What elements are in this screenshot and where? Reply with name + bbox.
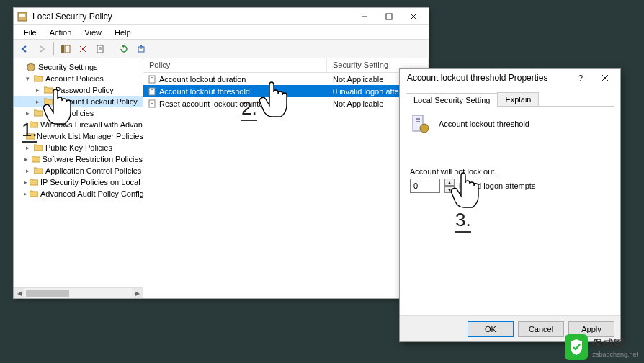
menu-view[interactable]: View (79, 27, 107, 37)
spin-down-button[interactable]: ▼ (444, 186, 455, 193)
forward-button[interactable] (34, 41, 50, 57)
help-button[interactable]: ? (568, 70, 593, 86)
shield-icon (26, 62, 36, 72)
tree-account-lockout-policy[interactable]: ▸Account Lockout Policy (14, 96, 143, 107)
list-row[interactable]: Reset account lockout counter after Not … (143, 97, 429, 109)
folder-icon (33, 108, 43, 118)
tabs: Local Security Setting Explain (406, 92, 614, 107)
tree-ip-security[interactable]: ▸IP Security Policies on Local Computer (14, 176, 143, 188)
watermark-text: 保成网 (592, 337, 638, 351)
policy-icon (148, 99, 156, 108)
export-button[interactable] (133, 41, 149, 57)
maximize-button[interactable] (377, 9, 401, 24)
lockout-suffix: invalid logon attempts (459, 182, 535, 190)
delete-button[interactable] (75, 41, 91, 57)
callout-1: 1. (22, 119, 37, 143)
tree-label: Public Key Policies (45, 143, 112, 152)
folder-icon (30, 189, 38, 199)
policy-name: Account lockout threshold (159, 87, 250, 96)
folder-icon (43, 85, 53, 95)
tree-software-restriction[interactable]: ▸Software Restriction Policies (14, 153, 143, 165)
folder-icon (32, 154, 40, 164)
watermark-url: zsbaocheng.net (592, 351, 638, 358)
list-row[interactable]: Account lockout threshold 0 invalid logo… (143, 85, 429, 97)
ok-button[interactable]: OK (468, 321, 514, 337)
svg-rect-26 (416, 118, 420, 120)
menu-help[interactable]: Help (109, 27, 137, 37)
horizontal-scrollbar[interactable]: ◀ ▶ (14, 287, 143, 298)
tree-label: Password Policy (55, 86, 114, 94)
close-button[interactable] (401, 9, 426, 24)
tree-app-control[interactable]: ▸Application Control Policies (14, 165, 143, 176)
spin-up-button[interactable]: ▲ (444, 179, 455, 186)
svg-rect-27 (416, 121, 420, 122)
tree-pane: Security Settings ▾Account Policies ▸Pas… (14, 58, 143, 298)
scroll-thumb[interactable] (26, 290, 69, 297)
svg-rect-7 (65, 45, 70, 53)
tab-explain[interactable]: Explain (497, 92, 539, 106)
tree-label: IP Security Policies on Local Computer (40, 178, 143, 187)
policy-large-icon (410, 114, 430, 134)
tree-label: Account Lockout Policy (55, 97, 138, 106)
callout-2: 2. (241, 97, 257, 121)
folder-icon (33, 166, 43, 176)
tree-label: Windows Firewall with Advanced Security (40, 120, 143, 129)
dialog-close-button[interactable] (593, 70, 617, 86)
toolbar (14, 40, 429, 58)
list-row[interactable]: Account lockout duration Not Applicable (143, 73, 429, 85)
folder-icon (43, 97, 53, 107)
tree-password-policy[interactable]: ▸Password Policy (14, 84, 143, 96)
policy-title: Account lockout threshold (439, 120, 529, 128)
menu-action[interactable]: Action (44, 27, 78, 37)
tree-account-policies[interactable]: ▾Account Policies (14, 73, 143, 84)
cancel-button[interactable]: Cancel (518, 321, 564, 337)
tree-root[interactable]: Security Settings (14, 61, 143, 73)
policy-list-pane: Policy Security Setting Account lockout … (143, 58, 429, 298)
scroll-left-button[interactable]: ◀ (14, 288, 24, 298)
toolbar-separator (112, 42, 112, 55)
tree-local-policies[interactable]: ▸Local Policies (14, 107, 143, 119)
tab-local-security-setting[interactable]: Local Security Setting (406, 93, 498, 107)
main-titlebar: Local Security Policy (14, 8, 429, 25)
refresh-button[interactable] (116, 41, 132, 57)
watermark-shield-icon (565, 334, 588, 360)
svg-rect-16 (151, 79, 153, 79)
lockout-message: Account will not lock out. (410, 167, 610, 176)
tree-label: Local Policies (45, 109, 94, 117)
minimize-button[interactable] (352, 9, 377, 24)
callout-3: 3. (455, 209, 471, 233)
svg-rect-15 (151, 77, 153, 78)
tree-label: Software Restriction Policies (43, 155, 143, 163)
local-security-policy-window: Local Security Policy File Action View H… (13, 7, 429, 299)
spinner: ▲ ▼ (444, 179, 455, 193)
svg-point-28 (420, 124, 429, 133)
svg-rect-6 (61, 45, 64, 53)
folder-icon (33, 73, 43, 84)
tree-label: Security Settings (38, 63, 98, 71)
col-header-policy[interactable]: Policy (143, 58, 327, 72)
tree-label: Network List Manager Policies (37, 132, 143, 140)
menu-file[interactable]: File (18, 27, 43, 37)
back-button[interactable] (17, 41, 32, 57)
main-title: Local Security Policy (32, 12, 352, 22)
tree-public-key-policies[interactable]: ▸Public Key Policies (14, 142, 143, 153)
show-hide-tree-button[interactable] (58, 41, 73, 57)
dialog-titlebar: Account lockout threshold Properties ? (400, 69, 620, 86)
dialog-title: Account lockout threshold Properties (403, 73, 568, 83)
tree-label: Application Control Policies (45, 166, 141, 175)
svg-rect-3 (386, 14, 392, 19)
policy-icon (148, 75, 156, 84)
policy-name: Account lockout duration (159, 75, 246, 84)
app-icon (17, 11, 28, 22)
lockout-threshold-input[interactable] (410, 179, 440, 193)
toolbar-separator (53, 42, 54, 55)
tree-advanced-audit[interactable]: ▸Advanced Audit Policy Configuration (14, 188, 143, 200)
menubar: File Action View Help (14, 25, 429, 40)
scroll-track[interactable] (71, 288, 132, 298)
list-header: Policy Security Setting (143, 58, 429, 73)
folder-icon (33, 143, 43, 153)
tree-label: Advanced Audit Policy Configuration (40, 189, 143, 198)
properties-button[interactable] (92, 41, 108, 57)
policy-name: Reset account lockout counter after (159, 99, 284, 108)
scroll-right-button[interactable]: ▶ (132, 288, 143, 298)
